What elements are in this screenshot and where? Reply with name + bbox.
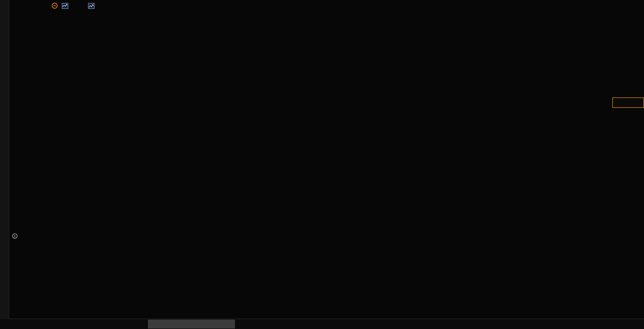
last-price-label	[612, 97, 644, 108]
macd-indicator-icon[interactable]	[12, 233, 18, 239]
macd-header	[12, 232, 36, 240]
boll-indicator-icon[interactable]	[62, 3, 68, 9]
period-settings-icon[interactable]	[51, 2, 58, 9]
time-axis-bar	[0, 319, 644, 329]
indicator-header	[44, 1, 102, 10]
chart-type-sidebar	[0, 0, 9, 319]
chart-canvas[interactable]	[0, 0, 644, 329]
trading-terminal	[0, 0, 644, 329]
time-tooltip	[148, 320, 235, 329]
ma-indicator-icon[interactable]	[88, 3, 94, 9]
